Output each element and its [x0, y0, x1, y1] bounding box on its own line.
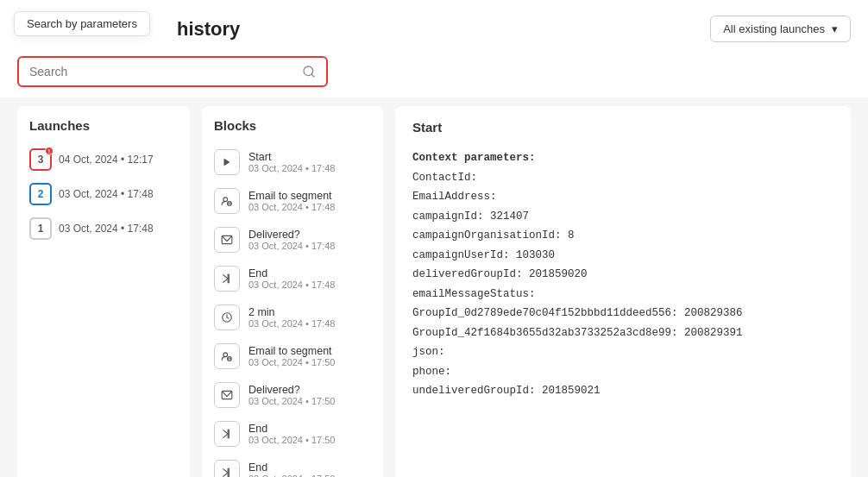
param-row: phone: [412, 366, 451, 378]
block-datetime: 03 Oct, 2024 • 17:48 [248, 318, 335, 329]
block-name: Email to segment [248, 190, 335, 202]
launch-badge-selected: 2 [29, 183, 52, 205]
block-item[interactable]: Email to segment 03 Oct, 2024 • 17:50 [211, 337, 374, 375]
block-datetime: 03 Oct, 2024 • 17:48 [248, 163, 335, 173]
param-row: ContactId: [412, 172, 477, 184]
param-row: campaignUserId: 103030 [412, 249, 555, 261]
launches-panel: Launches 3 ! 04 Oct, 2024 • 12:17 2 03 O… [17, 106, 190, 477]
param-row: campaignId: 321407 [412, 210, 529, 223]
launch-item[interactable]: 3 ! 04 Oct, 2024 • 12:17 [26, 143, 181, 176]
header-left: Search by parameters history [17, 18, 240, 41]
launch-item[interactable]: 1 03 Oct, 2024 • 17:48 [26, 212, 181, 245]
block-info: Delivered? 03 Oct, 2024 • 17:48 [248, 229, 335, 251]
search-by-params-label: Search by parameters [27, 17, 137, 30]
launch-badge-default: 1 [29, 217, 52, 240]
launch-filter-button[interactable]: All existing launches ▾ [710, 16, 851, 42]
detail-panel-title: Start [412, 120, 833, 135]
svg-point-3 [223, 198, 228, 202]
block-datetime: 03 Oct, 2024 • 17:48 [248, 279, 335, 290]
param-row: EmailAddress: [412, 191, 497, 203]
launches-panel-title: Launches [26, 118, 181, 133]
error-dot: ! [45, 147, 53, 155]
param-row: undeliveredGroupId: 201859021 [412, 385, 601, 397]
param-row: GroupId_42f1684b3655d32ab3733252a3cd8e99… [412, 327, 743, 339]
context-params: Context parameters:ContactId:EmailAddres… [412, 148, 833, 401]
param-row: json: [412, 346, 445, 358]
launch-filter-label: All existing launches [723, 22, 825, 35]
context-label: Context parameters: [412, 152, 536, 164]
email-segment-icon [214, 188, 240, 214]
block-info: Delivered? 03 Oct, 2024 • 17:50 [248, 384, 335, 406]
app-container: Search by parameters history All existin… [0, 0, 868, 477]
end-icon [214, 421, 240, 447]
svg-point-8 [223, 353, 228, 357]
search-input[interactable] [29, 65, 302, 78]
block-name: End [248, 267, 335, 279]
block-info: 2 min 03 Oct, 2024 • 17:48 [248, 306, 335, 329]
svg-line-1 [311, 74, 314, 77]
clock-icon [214, 304, 240, 330]
block-datetime: 03 Oct, 2024 • 17:48 [248, 241, 335, 251]
block-datetime: 03 Oct, 2024 • 17:50 [248, 357, 335, 367]
launch-item[interactable]: 2 03 Oct, 2024 • 17:48 [26, 178, 181, 210]
param-row: deliveredGroupId: 201859020 [412, 268, 588, 280]
block-info: Start 03 Oct, 2024 • 17:48 [248, 151, 335, 173]
launch-number: 2 [38, 188, 44, 200]
param-row: GroupId_0d2789ede70c04f152bbbd11ddeed556… [412, 307, 743, 319]
block-name: Start [248, 151, 335, 163]
blocks-panel-title: Blocks [211, 118, 374, 133]
launch-number: 3 [38, 154, 44, 166]
block-name: 2 min [248, 306, 335, 318]
block-datetime: 03 Oct, 2024 • 17:50 [248, 474, 335, 477]
search-bar-container [0, 51, 868, 97]
block-name: Delivered? [248, 384, 335, 396]
email-icon [214, 382, 240, 408]
svg-marker-2 [224, 159, 230, 166]
block-datetime: 03 Oct, 2024 • 17:48 [248, 202, 335, 212]
block-item[interactable]: Email to segment 03 Oct, 2024 • 17:48 [211, 182, 374, 220]
search-icon [302, 65, 316, 78]
email-icon [214, 227, 240, 253]
block-info: Email to segment 03 Oct, 2024 • 17:48 [248, 190, 335, 212]
chevron-down-icon: ▾ [832, 22, 838, 35]
launch-datetime: 03 Oct, 2024 • 17:48 [59, 188, 154, 200]
block-item[interactable]: End 03 Oct, 2024 • 17:50 [211, 454, 374, 477]
search-bar [17, 56, 328, 87]
block-item[interactable]: End 03 Oct, 2024 • 17:50 [211, 415, 374, 453]
launch-datetime: 03 Oct, 2024 • 17:48 [59, 223, 154, 235]
block-item[interactable]: Delivered? 03 Oct, 2024 • 17:48 [211, 221, 374, 259]
block-name: Email to segment [248, 345, 335, 357]
block-item[interactable]: 2 min 03 Oct, 2024 • 17:48 [211, 298, 374, 336]
launch-datetime: 04 Oct, 2024 • 12:17 [59, 154, 154, 166]
param-row: campaignOrganisationId: 8 [412, 229, 575, 242]
launch-number: 1 [38, 223, 44, 235]
end-icon [214, 460, 240, 477]
page-title: history [177, 18, 240, 41]
email-segment-icon [214, 343, 240, 369]
param-row: emailMessageStatus: [412, 288, 536, 300]
block-name: Delivered? [248, 229, 335, 241]
block-item[interactable]: Start 03 Oct, 2024 • 17:48 [211, 143, 374, 181]
header: Search by parameters history All existin… [0, 0, 868, 51]
launch-badge-error: 3 ! [29, 148, 52, 171]
search-by-params-tooltip[interactable]: Search by parameters [14, 11, 150, 36]
block-name: End [248, 461, 335, 474]
main-content: Launches 3 ! 04 Oct, 2024 • 12:17 2 03 O… [0, 97, 868, 477]
block-item[interactable]: End 03 Oct, 2024 • 17:48 [211, 260, 374, 298]
block-info: End 03 Oct, 2024 • 17:48 [248, 267, 335, 290]
blocks-panel: Blocks Start 03 Oct, 2024 • 17:48 [202, 106, 383, 477]
block-info: End 03 Oct, 2024 • 17:50 [248, 423, 335, 445]
play-icon [214, 149, 240, 175]
block-datetime: 03 Oct, 2024 • 17:50 [248, 435, 335, 445]
block-datetime: 03 Oct, 2024 • 17:50 [248, 396, 335, 406]
block-info: End 03 Oct, 2024 • 17:50 [248, 461, 335, 477]
detail-panel: Start Context parameters:ContactId:Email… [395, 106, 851, 477]
block-item[interactable]: Delivered? 03 Oct, 2024 • 17:50 [211, 376, 374, 414]
end-icon [214, 266, 240, 292]
block-info: Email to segment 03 Oct, 2024 • 17:50 [248, 345, 335, 367]
block-name: End [248, 423, 335, 435]
